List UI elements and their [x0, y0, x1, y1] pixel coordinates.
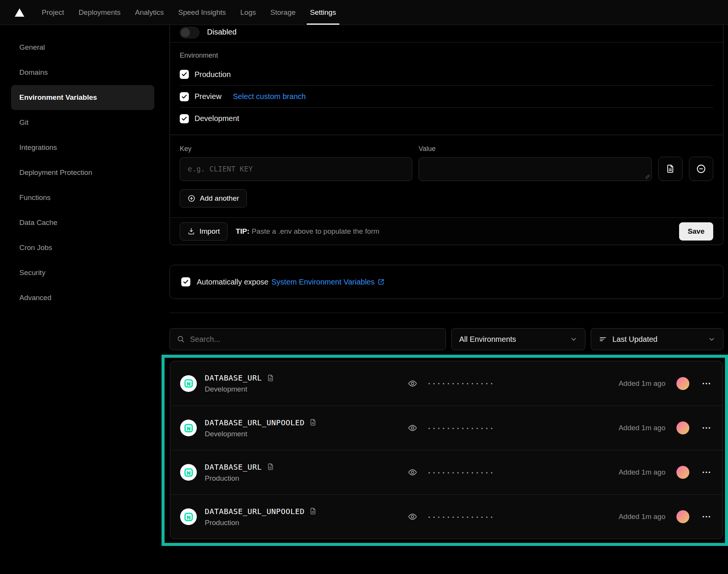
nav-tab-label: Logs — [240, 8, 256, 17]
sort-lines-icon — [599, 335, 607, 343]
tip-bold: TIP: — [236, 227, 249, 235]
sidebar-item[interactable]: General — [11, 35, 154, 60]
nav-tab-label: Settings — [310, 8, 336, 17]
note-icon — [309, 507, 317, 515]
reveal-value-button[interactable] — [408, 467, 417, 477]
environment-checkbox-label: Production — [195, 70, 231, 79]
filter-row: All Environments Last Updated — [169, 328, 723, 350]
system-env-checkbox[interactable] — [181, 277, 190, 286]
row-menu-button[interactable] — [700, 381, 712, 387]
sidebar-item[interactable]: Security — [11, 260, 154, 285]
row-menu-button[interactable] — [700, 425, 712, 431]
eye-icon — [408, 467, 417, 477]
remove-row-button[interactable] — [689, 157, 713, 181]
env-var-row: DATABASE_URL_UNPOOLED Development — [170, 406, 722, 450]
section-divider — [169, 313, 723, 313]
add-another-label: Add another — [200, 194, 239, 203]
editor-footer: Import TIP:Paste a .env above to populat… — [170, 217, 723, 245]
creator-avatar — [676, 466, 689, 479]
nav-tab[interactable]: Analytics — [128, 0, 171, 25]
disabled-toggle[interactable] — [180, 27, 199, 38]
eye-icon — [408, 512, 417, 522]
env-var-environment: Development — [205, 430, 317, 438]
sidebar-item[interactable]: Cron Jobs — [11, 235, 154, 260]
environment-checkbox[interactable] — [180, 114, 189, 123]
key-value-section: Key Value — [170, 135, 723, 217]
minus-circle-icon — [696, 164, 706, 174]
resize-grip[interactable] — [645, 175, 650, 179]
reveal-value-button[interactable] — [408, 379, 417, 388]
note-icon — [267, 374, 275, 382]
sidebar-item[interactable]: Functions — [11, 185, 154, 210]
env-var-row: DATABASE_URL Development — [170, 361, 722, 406]
environment-filter-value: All Environments — [459, 335, 565, 344]
nav-tabs: Project Deployments Analytics Speed Insi… — [35, 0, 343, 25]
environment-checkbox[interactable] — [180, 70, 189, 79]
nav-tab[interactable]: Settings — [303, 0, 344, 25]
search-input[interactable] — [190, 335, 439, 344]
nav-tab[interactable]: Logs — [233, 0, 263, 25]
environment-checkbox-row: Preview Select custom branch — [180, 85, 713, 107]
reveal-value-button[interactable] — [408, 512, 417, 522]
sidebar-item-label: Advanced — [19, 294, 52, 302]
environment-filter-select[interactable]: All Environments — [451, 328, 585, 350]
highlight-annotation-box: DATABASE_URL Development — [162, 355, 728, 546]
file-icon — [665, 164, 675, 174]
nav-tab[interactable]: Speed Insights — [171, 0, 233, 25]
paste-file-button[interactable] — [658, 157, 682, 181]
value-input[interactable] — [419, 157, 652, 181]
key-label: Key — [180, 145, 412, 153]
import-button[interactable]: Import — [180, 222, 228, 241]
select-custom-branch-link[interactable]: Select custom branch — [233, 92, 306, 101]
system-env-label: Automatically expose — [197, 278, 268, 286]
creator-avatar — [676, 510, 689, 523]
search-icon — [177, 335, 185, 343]
added-timestamp: Added 1m ago — [618, 468, 665, 476]
added-timestamp: Added 1m ago — [618, 379, 665, 388]
env-var-environment: Development — [205, 385, 275, 393]
nav-tab[interactable]: Project — [35, 0, 71, 25]
sidebar-item-label: Deployment Protection — [19, 168, 92, 177]
sidebar-item[interactable]: Environment Variables — [11, 85, 154, 110]
sidebar-item[interactable]: Data Cache — [11, 210, 154, 235]
env-var-list: DATABASE_URL Development — [170, 361, 723, 539]
key-input[interactable] — [180, 157, 412, 181]
note-icon — [267, 463, 275, 471]
tip-text: TIP:Paste a .env above to populate the f… — [236, 227, 380, 236]
neon-integration-icon — [180, 464, 197, 481]
main-content: Disabled Environment Production — [169, 25, 723, 546]
sidebar-item[interactable]: Integrations — [11, 135, 154, 160]
import-label: Import — [199, 227, 220, 236]
nav-tab[interactable]: Storage — [263, 0, 303, 25]
nav-tab-label: Storage — [270, 8, 296, 17]
sidebar-item[interactable]: Deployment Protection — [11, 160, 154, 185]
add-another-button[interactable]: Add another — [180, 189, 247, 208]
nav-tab-label: Project — [42, 8, 64, 17]
vercel-logo-icon[interactable] — [14, 0, 25, 25]
sidebar-item[interactable]: Advanced — [11, 285, 154, 310]
sidebar-item-label: Security — [19, 269, 46, 277]
reveal-value-button[interactable] — [408, 423, 417, 433]
sort-filter-select[interactable]: Last Updated — [591, 328, 723, 350]
save-button[interactable]: Save — [679, 222, 713, 241]
save-label: Save — [688, 227, 704, 236]
row-menu-button[interactable] — [700, 514, 712, 520]
note-icon — [309, 418, 317, 426]
sidebar-item-label: Domains — [19, 68, 48, 77]
sidebar-item[interactable]: Git — [11, 110, 154, 135]
nav-tab-label: Deployments — [78, 8, 121, 17]
sidebar-item-label: Integrations — [19, 143, 57, 152]
chevron-down-icon — [570, 335, 577, 343]
added-timestamp: Added 1m ago — [618, 513, 665, 521]
nav-tab[interactable]: Deployments — [71, 0, 128, 25]
ellipsis-icon — [702, 471, 711, 474]
sidebar-item[interactable]: Domains — [11, 60, 154, 85]
check-icon — [183, 280, 188, 284]
ellipsis-icon — [702, 426, 711, 429]
system-env-link[interactable]: System Environment Variables — [271, 278, 385, 286]
environment-checkbox-row: Development — [180, 107, 713, 129]
environment-checkbox[interactable] — [180, 92, 189, 101]
neon-integration-icon — [180, 508, 197, 525]
row-menu-button[interactable] — [700, 469, 712, 475]
external-link-icon — [377, 278, 385, 286]
